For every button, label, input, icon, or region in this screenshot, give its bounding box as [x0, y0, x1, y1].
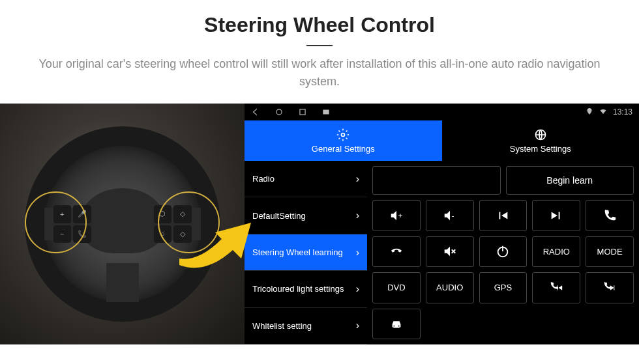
- chevron-right-icon: ›: [356, 173, 359, 185]
- steering-wheel-photo: + 🎤 − 📞 ⬡ ◇ ○ ◇: [0, 104, 245, 344]
- chevron-right-icon: ›: [356, 210, 359, 221]
- settings-sidebar: Radio › DefaultSetting › Steering Wheel …: [245, 161, 367, 344]
- back-icon[interactable]: [251, 107, 260, 117]
- status-icons: 13:13: [586, 107, 632, 117]
- btn-dvd[interactable]: DVD: [372, 272, 421, 303]
- wheel-btn-plus: +: [53, 205, 72, 223]
- wheel-btn-cycle: ○: [154, 225, 172, 244]
- gear-icon: [336, 128, 349, 141]
- tab-general-label: General Settings: [312, 144, 375, 154]
- android-status-bar: 13:13: [245, 104, 639, 120]
- tab-general-settings[interactable]: General Settings: [245, 120, 442, 161]
- btn-gps[interactable]: GPS: [479, 272, 528, 303]
- pointer-arrow: [173, 213, 258, 274]
- btn-audio[interactable]: AUDIO: [426, 272, 474, 303]
- globe-icon: [534, 128, 547, 141]
- btn-prev-track[interactable]: [479, 200, 528, 231]
- settings-tabs: General Settings System Settings: [245, 120, 639, 161]
- svg-point-10: [398, 326, 400, 327]
- page-subtitle: Your original car's steering wheel contr…: [26, 55, 613, 91]
- learn-top-row: Begin learn: [372, 166, 634, 195]
- tab-system-label: System Settings: [510, 144, 571, 154]
- tab-system-settings[interactable]: System Settings: [442, 120, 640, 161]
- btn-car[interactable]: [372, 309, 421, 340]
- svg-rect-2: [323, 110, 329, 115]
- home-icon[interactable]: [275, 107, 284, 117]
- head-unit-screen: 13:13 General Settings System Settings R…: [245, 104, 639, 344]
- svg-text:+: +: [398, 211, 402, 219]
- btn-radio[interactable]: RADIO: [532, 236, 580, 268]
- page-header: Steering Wheel Control Your original car…: [0, 0, 639, 97]
- svg-point-3: [342, 133, 345, 136]
- wheel-buttons-left: + 🎤 − 📞: [50, 201, 95, 247]
- sidebar-item-default[interactable]: DefaultSetting ›: [245, 197, 367, 234]
- content-row: + 🎤 − 📞 ⬡ ◇ ○ ◇: [0, 104, 639, 344]
- chevron-right-icon: ›: [356, 320, 359, 331]
- btn-mode[interactable]: MODE: [586, 236, 634, 268]
- begin-learn-button[interactable]: Begin learn: [506, 166, 634, 195]
- learn-display-slot: [372, 166, 501, 195]
- begin-learn-label: Begin learn: [546, 175, 593, 186]
- svg-text:-: -: [451, 211, 454, 219]
- sidebar-label: Whitelist setting: [252, 321, 312, 331]
- wheel-btn-src: ⬡: [154, 205, 172, 223]
- learning-panel: Begin learn + - RADIO MODE DVD AUDIO: [367, 161, 639, 344]
- wheel-spoke-bottom: [106, 263, 139, 302]
- clock-text: 13:13: [613, 107, 632, 117]
- location-icon: [586, 107, 593, 117]
- page-title: Steering Wheel Control: [26, 13, 613, 37]
- btn-vol-down[interactable]: -: [426, 200, 474, 231]
- sidebar-label: DefaultSetting: [252, 211, 306, 221]
- svg-point-0: [276, 109, 282, 115]
- sidebar-label: Steering Wheel learning: [252, 247, 343, 257]
- btn-call[interactable]: [586, 200, 634, 231]
- wifi-icon: [599, 107, 608, 117]
- sidebar-label: Radio: [252, 174, 275, 184]
- wheel-btn-minus: −: [53, 225, 72, 244]
- sidebar-item-tricoloured[interactable]: Tricoloured light settings ›: [245, 271, 367, 307]
- main-area: Radio › DefaultSetting › Steering Wheel …: [245, 161, 639, 344]
- wheel-btn-phone: 📞: [73, 225, 91, 244]
- chevron-right-icon: ›: [356, 247, 359, 259]
- svg-point-9: [393, 326, 394, 327]
- btn-mute[interactable]: [426, 236, 474, 268]
- sidebar-label: Tricoloured light settings: [252, 284, 344, 294]
- sidebar-item-radio[interactable]: Radio ›: [245, 161, 367, 197]
- chevron-right-icon: ›: [356, 283, 359, 295]
- btn-vol-up[interactable]: +: [372, 200, 421, 231]
- title-divider: [306, 45, 333, 46]
- recent-apps-icon[interactable]: [298, 107, 307, 117]
- function-grid: + - RADIO MODE DVD AUDIO GPS: [372, 200, 634, 339]
- btn-call-prev[interactable]: [532, 272, 580, 303]
- btn-power[interactable]: [479, 236, 528, 268]
- sidebar-item-whitelist[interactable]: Whitelist setting ›: [245, 308, 367, 344]
- wheel-btn-voice: 🎤: [73, 205, 91, 223]
- svg-rect-1: [300, 109, 305, 115]
- screenshot-icon[interactable]: [321, 107, 331, 117]
- btn-next-track[interactable]: [532, 200, 580, 231]
- btn-call-next[interactable]: [586, 272, 634, 303]
- nav-buttons: [251, 107, 331, 117]
- btn-hangup[interactable]: [372, 236, 421, 268]
- sidebar-item-steering-wheel[interactable]: Steering Wheel learning ›: [245, 234, 367, 271]
